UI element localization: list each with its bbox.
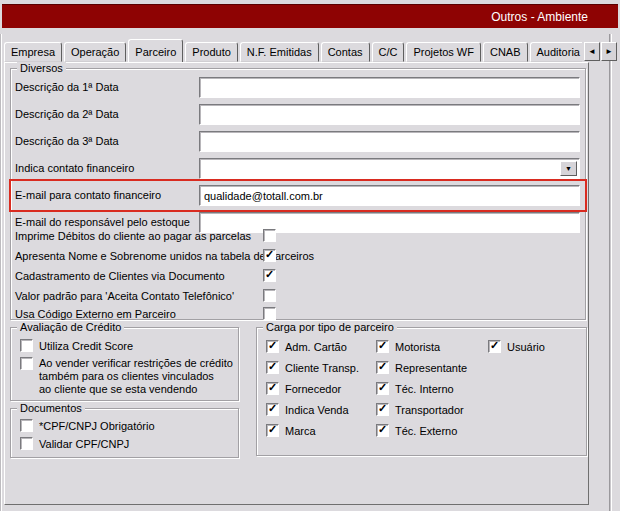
- check-icon: ✓: [378, 382, 387, 393]
- field-email-contato-input[interactable]: [199, 185, 580, 206]
- tab-cc[interactable]: C/C: [372, 42, 405, 62]
- tab-operacao[interactable]: Operação: [64, 42, 126, 62]
- check-representante-checkbox[interactable]: ✓: [376, 361, 389, 374]
- check-validar-cpf-cnpj: Validar CPF/CNPJ: [20, 437, 129, 451]
- check-cpf-cnpj-obrigatorio-label: *CPF/CNPJ Obrigatório: [39, 419, 155, 433]
- check-adm-cartao: ✓ Adm. Cartão: [266, 340, 347, 354]
- check-marca-checkbox[interactable]: ✓: [266, 424, 279, 437]
- tab-cnab[interactable]: CNAB: [483, 42, 528, 62]
- check-tec-externo-label: Téc. Externo: [395, 424, 457, 438]
- window-right-border: [609, 34, 612, 511]
- tab-produto[interactable]: Produto: [185, 42, 238, 62]
- check-usuario-label: Usuário: [507, 340, 545, 354]
- check-cpf-cnpj-obrigatorio-checkbox[interactable]: [20, 419, 33, 432]
- check-motorista: ✓ Motorista: [376, 340, 440, 354]
- check-icon: ✓: [268, 361, 277, 372]
- check-tec-interno-checkbox[interactable]: ✓: [376, 382, 389, 395]
- check-usa-codigo-externo-label: Usa Código Externo em Parceiro: [15, 307, 176, 321]
- group-diversos-title: Diversos: [17, 62, 66, 74]
- indica-contato-select[interactable]: ▼: [199, 158, 580, 179]
- group-carga-tipo-parceiro-title: Carga por tipo de parceiro: [263, 321, 397, 333]
- check-row-imprime-debitos: Imprime Débitos do cliente ao pagar as p…: [9, 229, 289, 243]
- check-utiliza-credit-score-checkbox[interactable]: [20, 339, 33, 352]
- check-representante-label: Representante: [395, 361, 467, 375]
- check-indica-venda-label: Indica Venda: [285, 403, 349, 417]
- tab-contas[interactable]: Contas: [321, 42, 370, 62]
- check-restricoes-line-3: ao cliente que se esta vendendo: [39, 383, 233, 396]
- check-tec-interno-label: Téc. Interno: [395, 382, 454, 396]
- group-documentos-title: Documentos: [17, 402, 85, 414]
- check-tec-externo: ✓ Téc. Externo: [376, 424, 457, 438]
- check-marca-label: Marca: [285, 424, 316, 438]
- tab-scroll-left-button[interactable]: ◄: [584, 42, 600, 61]
- check-usuario-checkbox[interactable]: ✓: [488, 340, 501, 353]
- check-restricoes-credito: Ao vender verificar restrições de crédit…: [20, 357, 233, 396]
- check-icon: ✓: [378, 361, 387, 372]
- check-fornecedor-checkbox[interactable]: ✓: [266, 382, 279, 395]
- check-indica-venda-checkbox[interactable]: ✓: [266, 403, 279, 416]
- tab-nf-emitidas[interactable]: N.F. Emitidas: [240, 42, 319, 62]
- check-tec-externo-checkbox[interactable]: ✓: [376, 424, 389, 437]
- check-transportador-label: Transportador: [395, 403, 464, 417]
- check-restricoes-credito-label: Ao vender verificar restrições de crédit…: [39, 357, 233, 396]
- tab-strip: Empresa Operação Parceiro Produto N.F. E…: [4, 38, 582, 62]
- check-valor-padrao-telefonico-label: Valor padrão para 'Aceita Contato Telefô…: [15, 289, 234, 303]
- arrow-right-icon: ►: [605, 47, 613, 56]
- check-restricoes-credito-checkbox[interactable]: [20, 357, 33, 370]
- check-icon: ✓: [378, 424, 387, 435]
- check-cpf-cnpj-obrigatorio: *CPF/CNPJ Obrigatório: [20, 419, 155, 433]
- check-usa-codigo-externo-checkbox[interactable]: [263, 307, 276, 320]
- check-icon: ✓: [268, 382, 277, 393]
- check-marca: ✓ Marca: [266, 424, 316, 438]
- tab-page-parceiro: Diversos Descrição da 1ª Data Descrição …: [4, 62, 589, 505]
- check-fornecedor: ✓ Fornecedor: [266, 382, 341, 396]
- check-transportador-checkbox[interactable]: ✓: [376, 403, 389, 416]
- check-row-usa-codigo-externo: Usa Código Externo em Parceiro: [9, 307, 289, 321]
- check-icon: ✓: [490, 340, 499, 351]
- check-cliente-transp-checkbox[interactable]: ✓: [266, 361, 279, 374]
- check-icon: ✓: [265, 269, 274, 280]
- check-icon: ✓: [268, 340, 277, 351]
- check-icon: ✓: [268, 424, 277, 435]
- title-bar: Outros - Ambiente: [2, 4, 618, 28]
- check-valor-padrao-telefonico-checkbox[interactable]: [263, 289, 276, 302]
- check-cadastramento-documento-checkbox[interactable]: ✓: [263, 269, 276, 282]
- check-representante: ✓ Representante: [376, 361, 467, 375]
- check-imprime-debitos-checkbox[interactable]: [263, 229, 276, 242]
- check-icon: ✓: [265, 249, 274, 260]
- combo-dropdown-button[interactable]: ▼: [560, 161, 577, 176]
- tab-empresa[interactable]: Empresa: [4, 42, 62, 62]
- check-cliente-transp: ✓ Cliente Transp.: [266, 361, 359, 375]
- check-adm-cartao-checkbox[interactable]: ✓: [266, 340, 279, 353]
- check-row-apresenta-nome: Apresenta Nome e Sobrenome unidos na tab…: [9, 249, 289, 263]
- check-motorista-label: Motorista: [395, 340, 440, 354]
- window-title: Outros - Ambiente: [491, 10, 588, 24]
- tab-projetos-wf[interactable]: Projetos WF: [406, 42, 481, 62]
- check-icon: ✓: [378, 403, 387, 414]
- check-utiliza-credit-score: Utiliza Credit Score: [20, 339, 133, 353]
- check-cadastramento-documento-label: Cadastramento de Clientes via Documento: [15, 269, 225, 283]
- tab-scroll-right-button[interactable]: ►: [601, 42, 617, 61]
- check-motorista-checkbox[interactable]: ✓: [376, 340, 389, 353]
- field-descricao-1-input[interactable]: [199, 77, 580, 98]
- check-restricoes-line-1: Ao vender verificar restrições de crédit…: [39, 357, 233, 370]
- window-left-border: [0, 34, 2, 511]
- field-descricao-3-input[interactable]: [199, 131, 580, 152]
- field-descricao-3-label: Descrição da 3ª Data: [15, 131, 119, 152]
- check-adm-cartao-label: Adm. Cartão: [285, 340, 347, 354]
- tab-auditoria[interactable]: Auditoria: [530, 42, 582, 62]
- field-descricao-2-input[interactable]: [199, 104, 580, 125]
- check-transportador: ✓ Transportador: [376, 403, 464, 417]
- field-descricao-1-label: Descrição da 1ª Data: [15, 77, 119, 98]
- check-fornecedor-label: Fornecedor: [285, 382, 341, 396]
- check-icon: ✓: [378, 340, 387, 351]
- arrow-left-icon: ◄: [588, 47, 596, 56]
- check-apresenta-nome-checkbox[interactable]: ✓: [263, 249, 276, 262]
- check-row-cadastramento-documento: Cadastramento de Clientes via Documento …: [9, 269, 289, 283]
- check-utiliza-credit-score-label: Utiliza Credit Score: [39, 339, 133, 353]
- group-avaliacao-credito-title: Avaliação de Crédito: [17, 321, 124, 333]
- check-row-valor-padrao-telefonico: Valor padrão para 'Aceita Contato Telefô…: [9, 289, 289, 303]
- tab-parceiro[interactable]: Parceiro: [128, 39, 183, 62]
- check-validar-cpf-cnpj-checkbox[interactable]: [20, 437, 33, 450]
- field-descricao-2-label: Descrição da 2ª Data: [15, 104, 119, 125]
